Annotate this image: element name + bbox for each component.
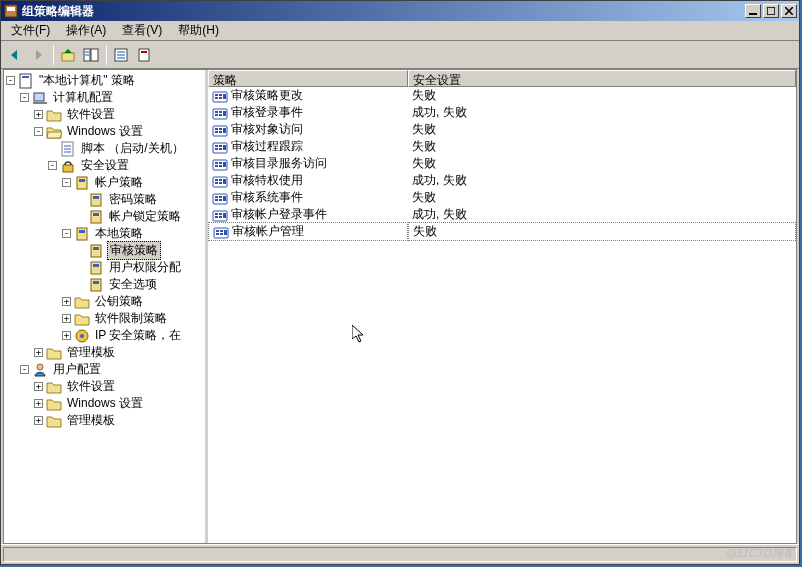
list-row[interactable]: 审核过程跟踪失败 — [208, 138, 796, 155]
policy-icon — [213, 224, 229, 240]
tree-uc-windows[interactable]: + Windows 设置 — [4, 395, 205, 412]
back-button[interactable] — [4, 44, 26, 66]
svg-rect-92 — [220, 233, 223, 235]
tree-cc-rights[interactable]: 用户权限分配 — [4, 259, 205, 276]
menu-file[interactable]: 文件(F) — [3, 20, 58, 41]
policy-folder-icon — [74, 175, 90, 191]
tree-cc-admin-tpl[interactable]: + 管理模板 — [4, 344, 205, 361]
content-body: - "本地计算机" 策略 - 计算机配置 + 软件设置 - — [3, 69, 797, 544]
tree-cc-local-policy[interactable]: - 本地策略 — [4, 225, 205, 242]
svg-rect-3 — [767, 7, 775, 15]
collapse-icon[interactable]: - — [62, 229, 71, 238]
menu-action[interactable]: 操作(A) — [58, 20, 114, 41]
svg-rect-16 — [141, 51, 147, 53]
tree-cc-options[interactable]: 安全选项 — [4, 276, 205, 293]
svg-rect-19 — [34, 93, 44, 101]
tree-cc-ipsec[interactable]: + IP 安全策略，在 — [4, 327, 205, 344]
collapse-icon[interactable]: - — [20, 93, 29, 102]
collapse-icon[interactable]: - — [34, 127, 43, 136]
up-button[interactable] — [57, 44, 79, 66]
list-cell-value: 失败 — [413, 223, 437, 240]
tree-cc-audit[interactable]: 审核策略 — [4, 242, 205, 259]
tree-cc-password[interactable]: 密码策略 — [4, 191, 205, 208]
svg-rect-34 — [93, 264, 99, 267]
svg-rect-55 — [215, 131, 218, 133]
svg-rect-32 — [93, 247, 99, 250]
menu-view[interactable]: 查看(V) — [114, 20, 170, 41]
column-setting[interactable]: 安全设置 — [408, 70, 796, 87]
expand-icon[interactable]: + — [34, 382, 43, 391]
folder-icon — [46, 345, 62, 361]
expand-icon[interactable]: + — [62, 297, 71, 306]
policy-icon — [212, 190, 228, 206]
collapse-icon[interactable]: - — [6, 76, 15, 85]
folder-icon — [74, 311, 90, 327]
svg-rect-85 — [215, 216, 218, 218]
tree-uc-software[interactable]: + 软件设置 — [4, 378, 205, 395]
expand-icon[interactable]: + — [62, 314, 71, 323]
policy-icon — [212, 156, 228, 172]
svg-rect-89 — [216, 230, 219, 232]
tree-cc-swrestrict[interactable]: + 软件限制策略 — [4, 310, 205, 327]
collapse-icon[interactable]: - — [62, 178, 71, 187]
titlebar: 组策略编辑器 — [1, 1, 799, 21]
list-cell-name: 审核帐户管理 — [232, 223, 304, 240]
list-row[interactable]: 审核目录服务访问失败 — [208, 155, 796, 172]
collapse-icon[interactable]: - — [48, 161, 57, 170]
menu-help[interactable]: 帮助(H) — [170, 20, 227, 41]
expand-icon[interactable]: + — [62, 331, 71, 340]
list-cell-name: 审核特权使用 — [231, 172, 303, 189]
list-row[interactable]: 审核帐户管理失败 — [208, 223, 796, 240]
tree-pane[interactable]: - "本地计算机" 策略 - 计算机配置 + 软件设置 - — [4, 70, 208, 543]
show-tree-button[interactable] — [80, 44, 102, 66]
list-row[interactable]: 审核对象访问失败 — [208, 121, 796, 138]
svg-rect-48 — [219, 111, 222, 113]
expand-icon[interactable]: + — [34, 416, 43, 425]
tree-cc-security[interactable]: - 安全设置 — [4, 157, 205, 174]
list-row[interactable]: 审核登录事件成功, 失败 — [208, 104, 796, 121]
list-cell-value: 失败 — [412, 87, 436, 104]
svg-rect-56 — [219, 131, 222, 133]
svg-rect-35 — [91, 279, 101, 291]
list-row[interactable]: 审核策略更改失败 — [208, 87, 796, 104]
minimize-button[interactable] — [745, 4, 761, 18]
collapse-icon[interactable]: - — [20, 365, 29, 374]
list-pane[interactable]: 策略 安全设置 审核策略更改失败审核登录事件成功, 失败审核对象访问失败审核过程… — [208, 70, 796, 543]
folder-open-icon — [46, 124, 62, 140]
list-row[interactable]: 审核帐户登录事件成功, 失败 — [208, 206, 796, 223]
svg-rect-71 — [215, 179, 218, 181]
maximize-button[interactable] — [763, 4, 779, 18]
expand-icon[interactable]: + — [34, 110, 43, 119]
list-cell-name: 审核目录服务访问 — [231, 155, 327, 172]
tree-computer-config[interactable]: - 计算机配置 — [4, 89, 205, 106]
svg-rect-28 — [93, 213, 99, 216]
tree-cc-windows[interactable]: - Windows 设置 — [4, 123, 205, 140]
tree-cc-software[interactable]: + 软件设置 — [4, 106, 205, 123]
list-cell-value: 成功, 失败 — [412, 206, 467, 223]
properties-button[interactable] — [133, 44, 155, 66]
tree-cc-script[interactable]: 脚本 （启动/关机） — [4, 140, 205, 157]
tree-cc-pubkey[interactable]: + 公钥策略 — [4, 293, 205, 310]
svg-rect-61 — [215, 148, 218, 150]
svg-point-38 — [80, 334, 84, 338]
forward-button[interactable] — [27, 44, 49, 66]
tree-uc-admin-tpl[interactable]: + 管理模板 — [4, 412, 205, 429]
svg-rect-42 — [219, 94, 222, 96]
svg-rect-79 — [215, 199, 218, 201]
svg-rect-50 — [219, 114, 222, 116]
tree-cc-lockout[interactable]: 帐户锁定策略 — [4, 208, 205, 225]
tree-root[interactable]: - "本地计算机" 策略 — [4, 72, 205, 89]
expand-icon[interactable]: + — [34, 399, 43, 408]
close-button[interactable] — [781, 4, 797, 18]
tree-user-config[interactable]: - 用户配置 — [4, 361, 205, 378]
svg-rect-84 — [219, 213, 222, 215]
svg-rect-51 — [223, 111, 226, 116]
list-cell-name: 审核帐户登录事件 — [231, 206, 327, 223]
tree-cc-account-policy[interactable]: - 帐户策略 — [4, 174, 205, 191]
column-policy[interactable]: 策略 — [208, 70, 408, 87]
list-row[interactable]: 审核特权使用成功, 失败 — [208, 172, 796, 189]
list-cell-value: 失败 — [412, 121, 436, 138]
refresh-button[interactable] — [110, 44, 132, 66]
list-row[interactable]: 审核系统事件失败 — [208, 189, 796, 206]
expand-icon[interactable]: + — [34, 348, 43, 357]
